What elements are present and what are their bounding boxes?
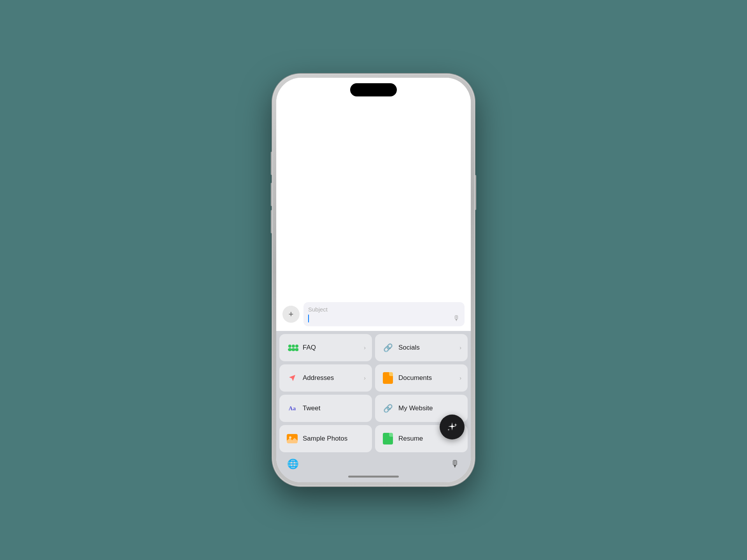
fab-button[interactable] bbox=[440, 415, 465, 439]
home-bar bbox=[348, 476, 399, 478]
resume-label: Resume bbox=[398, 435, 423, 443]
svg-point-1 bbox=[288, 348, 292, 351]
svg-point-2 bbox=[292, 345, 295, 348]
subject-label: Subject bbox=[308, 306, 460, 313]
email-compose-area: + Subject 🎙 bbox=[276, 78, 471, 331]
plus-button[interactable]: + bbox=[282, 306, 300, 323]
suggestion-tweet-left: Aa Tweet bbox=[286, 402, 320, 415]
faq-label: FAQ bbox=[303, 344, 316, 352]
suggestion-faq-left: FAQ bbox=[286, 341, 316, 354]
globe-icon[interactable]: 🌐 bbox=[287, 458, 299, 469]
mic-icon-keyboard[interactable]: 🎙 bbox=[451, 458, 460, 469]
addresses-label: Addresses bbox=[303, 374, 334, 382]
home-indicator-area bbox=[276, 476, 471, 482]
mywebsite-icon: 🔗 bbox=[381, 402, 395, 415]
subject-cursor-row: 🎙 bbox=[308, 314, 460, 322]
keyboard-bottom-row: 🌐 🎙 bbox=[279, 455, 468, 476]
suggestion-samplephotos[interactable]: Sample Photos bbox=[279, 425, 372, 452]
suggestion-addresses-left: Addresses bbox=[286, 371, 334, 385]
socials-icon: 🔗 bbox=[381, 341, 395, 354]
samplephotos-icon bbox=[286, 432, 299, 445]
socials-label: Socials bbox=[398, 344, 420, 352]
paperclip-icon: 🔗 bbox=[383, 343, 393, 352]
tweet-icon: Aa bbox=[286, 402, 299, 415]
suggestion-addresses[interactable]: Addresses › bbox=[279, 364, 372, 392]
suggestion-resume-left: Resume bbox=[381, 432, 423, 445]
link-icon: 🔗 bbox=[383, 404, 393, 413]
phone-screen: + Subject 🎙 bbox=[276, 78, 471, 482]
svg-point-0 bbox=[288, 345, 291, 348]
plus-icon: + bbox=[289, 310, 294, 318]
documents-icon bbox=[381, 371, 395, 385]
svg-point-4 bbox=[295, 345, 298, 348]
resume-icon bbox=[381, 432, 395, 445]
subject-row: + Subject 🎙 bbox=[276, 302, 471, 331]
svg-point-7 bbox=[289, 436, 291, 439]
dynamic-island bbox=[350, 83, 397, 96]
doc-orange-shape bbox=[383, 372, 393, 384]
sparkles-svg bbox=[446, 421, 458, 433]
suggestion-documents[interactable]: Documents › bbox=[375, 364, 468, 392]
suggestion-mywebsite-left: 🔗 My Website bbox=[381, 402, 433, 415]
socials-chevron: › bbox=[459, 345, 461, 351]
svg-point-5 bbox=[295, 348, 298, 351]
suggestion-faq[interactable]: FAQ › bbox=[279, 334, 372, 361]
suggestion-tweet[interactable]: Aa Tweet bbox=[279, 395, 372, 422]
svg-point-3 bbox=[291, 348, 295, 351]
text-cursor bbox=[308, 315, 309, 322]
aa-icon: Aa bbox=[289, 405, 296, 412]
subject-input-wrapper[interactable]: Subject 🎙 bbox=[303, 302, 465, 326]
mywebsite-label: My Website bbox=[398, 404, 433, 412]
suggestion-grid: FAQ › 🔗 Socials › bbox=[279, 334, 468, 452]
documents-label: Documents bbox=[398, 374, 432, 382]
suggestion-socials-left: 🔗 Socials bbox=[381, 341, 420, 354]
suggestion-socials[interactable]: 🔗 Socials › bbox=[375, 334, 468, 361]
tweet-label: Tweet bbox=[303, 404, 320, 412]
faq-chevron: › bbox=[364, 345, 366, 351]
documents-chevron: › bbox=[459, 375, 461, 381]
mic-icon-subject[interactable]: 🎙 bbox=[453, 314, 460, 322]
doc-green-shape bbox=[383, 433, 393, 444]
addresses-chevron: › bbox=[364, 375, 366, 381]
keyboard-area: FAQ › 🔗 Socials › bbox=[276, 331, 471, 476]
samplephotos-label: Sample Photos bbox=[303, 435, 347, 443]
suggestion-documents-left: Documents bbox=[381, 371, 432, 385]
phone-frame: + Subject 🎙 bbox=[272, 74, 475, 486]
faq-icon bbox=[286, 341, 299, 354]
suggestion-samplephotos-left: Sample Photos bbox=[286, 432, 347, 445]
addresses-icon bbox=[286, 371, 299, 385]
